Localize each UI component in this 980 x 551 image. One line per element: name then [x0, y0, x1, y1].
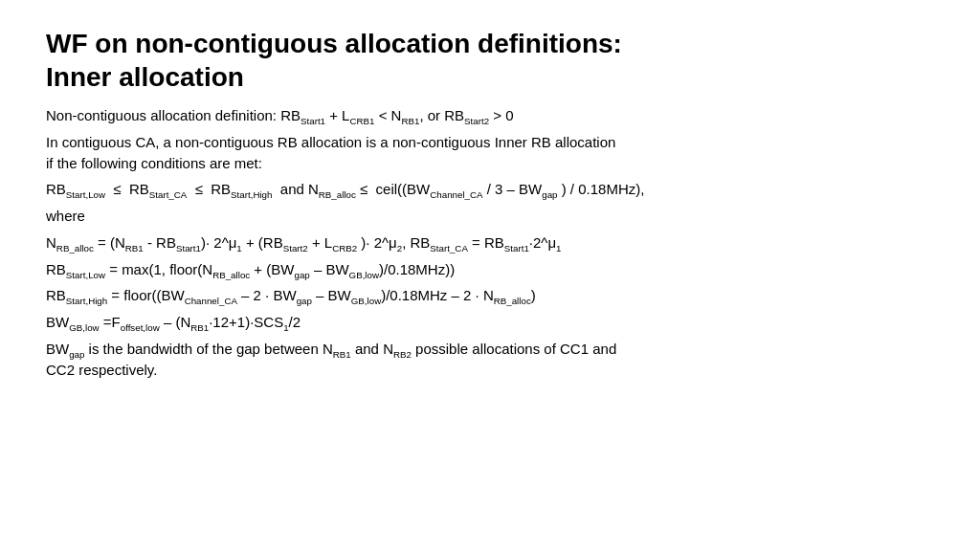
- slide-title: WF on non-contiguous allocation definiti…: [46, 27, 934, 94]
- formula-main: RBStart,Low ≤ RBStart_CA ≤ RBStart,High …: [46, 179, 934, 200]
- para1: Non-contiguous allocation definition: RB…: [46, 105, 934, 126]
- para-bwgap: BWgap is the bandwidth of the gap betwee…: [46, 339, 934, 381]
- formula-rbstartlow: RBStart,Low = max(1, floor(NRB_alloc + (…: [46, 259, 934, 280]
- content-body: Non-contiguous allocation definition: RB…: [46, 105, 934, 380]
- para2: In contiguous CA, a non-contiguous RB al…: [46, 132, 934, 174]
- title-line1: WF on non-contiguous allocation definiti…: [46, 29, 622, 58]
- slide-container: WF on non-contiguous allocation definiti…: [46, 27, 934, 524]
- formula-rbstarthigh: RBStart,High = floor((BWChannel_CA – 2 ·…: [46, 285, 934, 306]
- formula-nrballoc: NRB_alloc = (NRB1 - RBStart1)· 2^μ1 + (R…: [46, 232, 934, 253]
- formula-bwgblow: BWGB,low =Foffset,low – (NRB1·12+1)·SCS1…: [46, 312, 934, 333]
- title-line2: Inner allocation: [46, 62, 244, 92]
- where-label: where: [46, 206, 934, 227]
